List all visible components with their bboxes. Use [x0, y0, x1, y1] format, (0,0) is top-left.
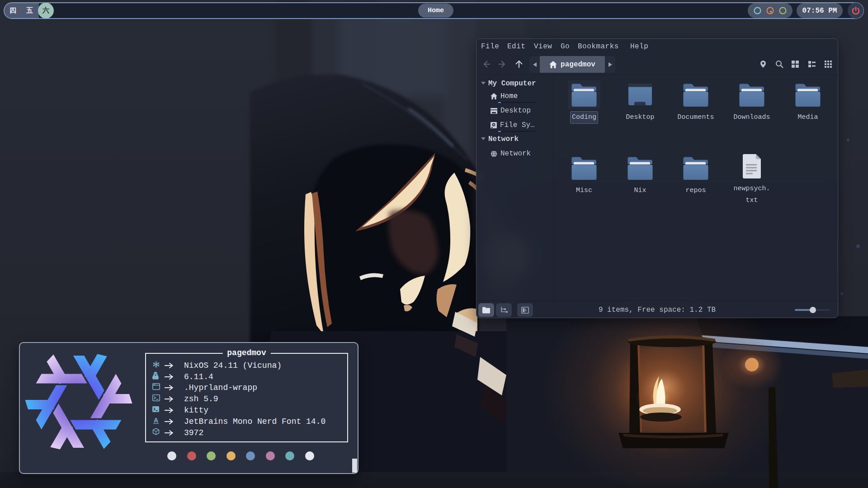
svg-text:A: A	[154, 417, 158, 424]
